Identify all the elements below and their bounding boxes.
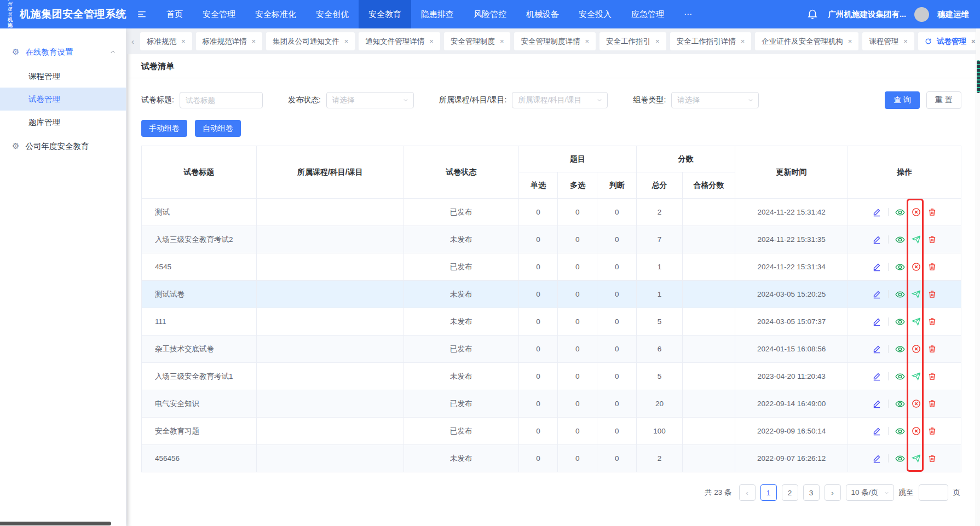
- publish-icon[interactable]: [912, 317, 921, 326]
- close-icon[interactable]: ×: [741, 37, 745, 45]
- edit-icon[interactable]: [872, 317, 881, 326]
- page-number-button[interactable]: 3: [803, 484, 820, 501]
- edit-icon[interactable]: [872, 399, 881, 408]
- delete-icon[interactable]: [927, 317, 937, 326]
- revoke-icon[interactable]: [912, 399, 921, 408]
- nav-item[interactable]: 隐患排查: [411, 0, 464, 28]
- preview-eye-icon[interactable]: [895, 426, 905, 436]
- preview-eye-icon[interactable]: [895, 262, 905, 272]
- prev-page-button[interactable]: ‹: [739, 484, 756, 501]
- paper-type-select[interactable]: 请选择: [671, 92, 759, 108]
- course-select[interactable]: 所属课程/科目/课目: [512, 92, 608, 108]
- publish-icon[interactable]: [912, 235, 921, 244]
- publish-icon[interactable]: [912, 454, 921, 463]
- revoke-icon[interactable]: [912, 426, 921, 436]
- edit-icon[interactable]: [872, 454, 881, 463]
- nav-item[interactable]: 风险管控: [464, 0, 516, 28]
- edit-icon[interactable]: [872, 426, 881, 436]
- company-name[interactable]: 广州机施建设集团有...: [828, 9, 906, 20]
- nav-item[interactable]: 首页: [157, 0, 193, 28]
- preview-eye-icon[interactable]: [895, 290, 905, 299]
- close-icon[interactable]: ×: [344, 37, 349, 45]
- close-icon[interactable]: ×: [429, 37, 434, 45]
- tab[interactable]: 安全管理制度 ×: [444, 32, 511, 50]
- next-page-button[interactable]: ›: [825, 484, 841, 501]
- close-icon[interactable]: ×: [252, 37, 256, 45]
- edit-icon[interactable]: [872, 207, 881, 217]
- vertical-scrollbar-track[interactable]: [976, 28, 980, 526]
- tab[interactable]: 安全工作指引 ×: [599, 32, 666, 50]
- publish-icon[interactable]: [912, 290, 921, 299]
- preview-eye-icon[interactable]: [895, 399, 905, 409]
- nav-item[interactable]: 应急管理: [621, 0, 674, 28]
- edit-icon[interactable]: [872, 235, 881, 244]
- tab[interactable]: 安全工作指引详情 ×: [670, 32, 752, 50]
- tab[interactable]: 标准规范 ×: [140, 32, 192, 50]
- publish-status-select[interactable]: 请选择: [326, 92, 414, 108]
- delete-icon[interactable]: [927, 262, 937, 271]
- manual-compose-button[interactable]: 手动组卷: [141, 120, 187, 137]
- tab[interactable]: 标准规范详情 ×: [196, 32, 263, 50]
- refresh-icon[interactable]: [925, 38, 932, 45]
- delete-icon[interactable]: [927, 290, 937, 299]
- nav-item[interactable]: 机械设备: [516, 0, 569, 28]
- delete-icon[interactable]: [927, 235, 937, 244]
- close-icon[interactable]: ×: [848, 37, 852, 45]
- menu-collapse-icon[interactable]: [132, 0, 151, 28]
- preview-eye-icon[interactable]: [895, 207, 905, 217]
- delete-icon[interactable]: [927, 344, 937, 354]
- sidebar-item[interactable]: 试卷管理: [0, 88, 126, 111]
- tab[interactable]: 试卷管理 ×: [918, 32, 976, 50]
- nav-item[interactable]: ⋯: [674, 0, 702, 28]
- nav-item[interactable]: 安全标准化: [245, 0, 306, 28]
- revoke-icon[interactable]: [912, 262, 921, 271]
- publish-icon[interactable]: [912, 372, 921, 381]
- edit-icon[interactable]: [872, 372, 881, 381]
- search-button[interactable]: 查 询: [885, 91, 920, 109]
- close-icon[interactable]: ×: [655, 37, 660, 45]
- vertical-scrollbar-thumb[interactable]: [977, 60, 980, 93]
- delete-icon[interactable]: [927, 207, 937, 217]
- delete-icon[interactable]: [927, 372, 937, 381]
- preview-eye-icon[interactable]: [895, 317, 905, 327]
- tab[interactable]: 企业证件及安全管理机构 ×: [755, 32, 858, 50]
- edit-icon[interactable]: [872, 290, 881, 299]
- edit-icon[interactable]: [872, 262, 881, 271]
- tab[interactable]: 安全管理制度详情 ×: [514, 32, 596, 50]
- reset-button[interactable]: 重 置: [926, 91, 961, 109]
- sidebar-item[interactable]: 课程管理: [0, 65, 126, 88]
- sidebar-group-annual-safety-education[interactable]: ⚙ 公司年度安全教育: [0, 134, 126, 159]
- horizontal-scrollbar-thumb[interactable]: [0, 522, 111, 525]
- revoke-icon[interactable]: [912, 344, 921, 354]
- preview-eye-icon[interactable]: [895, 454, 905, 464]
- tab[interactable]: 通知文件管理详情 ×: [359, 32, 440, 50]
- close-icon[interactable]: ×: [903, 37, 908, 45]
- auto-compose-button[interactable]: 自动组卷: [195, 120, 241, 137]
- delete-icon[interactable]: [927, 399, 937, 408]
- preview-eye-icon[interactable]: [895, 372, 905, 382]
- page-number-button[interactable]: 2: [782, 484, 798, 501]
- delete-icon[interactable]: [927, 454, 937, 463]
- tab[interactable]: 课程管理 ×: [862, 32, 914, 50]
- page-size-select[interactable]: 10 条/页: [846, 484, 894, 501]
- paper-title-input[interactable]: [180, 92, 263, 108]
- avatar[interactable]: [914, 7, 929, 22]
- close-icon[interactable]: ×: [585, 37, 589, 45]
- close-icon[interactable]: ×: [971, 37, 976, 45]
- tabs-scroll-left-icon[interactable]: ‹: [129, 37, 136, 46]
- jump-page-input[interactable]: [919, 484, 948, 501]
- revoke-icon[interactable]: [912, 207, 921, 217]
- nav-item[interactable]: 安全教育: [359, 0, 411, 28]
- preview-eye-icon[interactable]: [895, 235, 905, 245]
- nav-item[interactable]: 安全创优: [306, 0, 359, 28]
- nav-item[interactable]: 安全管理: [193, 0, 245, 28]
- close-icon[interactable]: ×: [500, 37, 504, 45]
- notification-bell-icon[interactable]: [806, 8, 820, 21]
- delete-icon[interactable]: [927, 426, 937, 436]
- nav-item[interactable]: 安全投入: [569, 0, 621, 28]
- edit-icon[interactable]: [872, 344, 881, 354]
- page-number-button[interactable]: 1: [760, 484, 777, 501]
- tab[interactable]: 集团及公司通知文件 ×: [266, 32, 355, 50]
- sidebar-group-online-education[interactable]: ⚙ 在线教育设置: [0, 39, 126, 65]
- sidebar-item[interactable]: 题库管理: [0, 111, 126, 134]
